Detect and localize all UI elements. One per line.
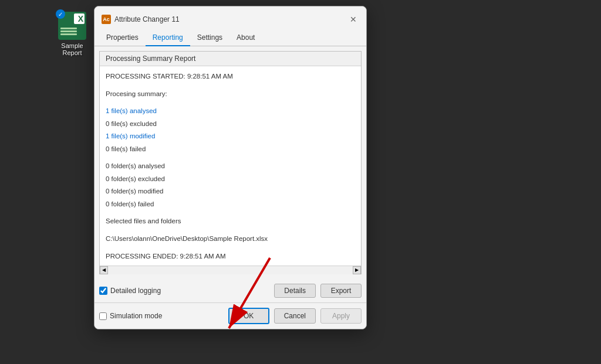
simulation-mode-checkbox[interactable]	[99, 312, 107, 320]
dialog-title: Attribute Changer 11	[114, 15, 180, 23]
simulation-mode-label: Simulation mode	[110, 312, 162, 320]
details-button[interactable]: Details	[274, 284, 316, 298]
options-row: Detailed logging Details Export	[94, 279, 366, 302]
checkmark-badge: ✓	[56, 9, 65, 19]
report-line-started: PROCESSING STARTED: 9:28:51 AM AM	[106, 71, 355, 83]
excel-file-icon: ✓ X	[58, 12, 86, 40]
dialog-titlebar: Ac Attribute Changer 11 ✕	[94, 6, 366, 28]
report-line-files-analysed: 1 file(s) analysed	[106, 106, 355, 117]
desktop-icon-sample-report[interactable]: ✓ X Sample Report	[52, 12, 93, 56]
detailed-logging-label: Detailed logging	[110, 287, 161, 295]
attribute-changer-dialog: Ac Attribute Changer 11 ✕ Properties Rep…	[94, 6, 367, 329]
export-button[interactable]: Export	[320, 284, 362, 298]
report-line-summary-header: Procesing summary:	[106, 89, 355, 100]
report-line-files-excluded: 0 file(s) excluded	[106, 118, 355, 130]
desktop: ✓ X Sample Report Ac Attribute Cha	[0, 0, 601, 364]
horizontal-scrollbar[interactable]: ◀ ▶	[100, 266, 361, 274]
section-header: Processing Summary Report	[100, 52, 361, 66]
desktop-icon-label: Sample Report	[61, 42, 83, 56]
detailed-logging-checkbox-label[interactable]: Detailed logging	[99, 287, 161, 295]
ok-button[interactable]: OK	[228, 308, 269, 324]
tab-bar: Properties Reporting Settings About	[94, 30, 366, 46]
report-text-area[interactable]: PROCESSING STARTED: 9:28:51 AM AM Proces…	[100, 66, 361, 266]
bottom-bar: Simulation mode OK Cancel Apply	[94, 302, 366, 329]
cancel-button[interactable]: Cancel	[274, 308, 316, 324]
report-line-folders-analysed: 0 folder(s) analysed	[106, 161, 355, 172]
apply-button[interactable]: Apply	[320, 308, 362, 324]
report-line-ended: PROCESSING ENDED: 9:28:51 AM AM	[106, 251, 355, 263]
app-icon: Ac	[102, 15, 111, 24]
excel-lines	[60, 28, 77, 36]
tab-reporting[interactable]: Reporting	[146, 30, 190, 46]
report-line-filepath: C:\Users\olann\OneDrive\Desktop\Sample R…	[106, 233, 355, 245]
excel-x-letter: X	[78, 14, 83, 23]
scroll-left-button[interactable]: ◀	[100, 266, 108, 274]
scroll-right-button[interactable]: ▶	[353, 266, 361, 274]
tab-settings[interactable]: Settings	[190, 30, 229, 46]
report-line-folders-modified: 0 folder(s) modified	[106, 186, 355, 198]
dialog-title-left: Ac Attribute Changer 11	[102, 15, 180, 24]
dialog-content-area: Processing Summary Report PROCESSING STA…	[99, 51, 362, 274]
detailed-logging-checkbox[interactable]	[99, 287, 107, 295]
report-line-files-failed: 0 file(s) failed	[106, 144, 355, 155]
report-line-folders-failed: 0 folder(s) failed	[106, 199, 355, 210]
close-button[interactable]: ✕	[347, 13, 359, 25]
tab-about[interactable]: About	[229, 30, 262, 46]
tab-properties[interactable]: Properties	[99, 30, 146, 46]
report-line-files-modified: 1 file(s) modified	[106, 131, 355, 142]
simulation-mode-checkbox-label[interactable]: Simulation mode	[99, 312, 162, 320]
scroll-track[interactable]	[108, 266, 353, 274]
report-line-folders-excluded: 0 folder(s) excluded	[106, 174, 355, 185]
report-line-selected-files: Selected files and folders	[106, 216, 355, 227]
